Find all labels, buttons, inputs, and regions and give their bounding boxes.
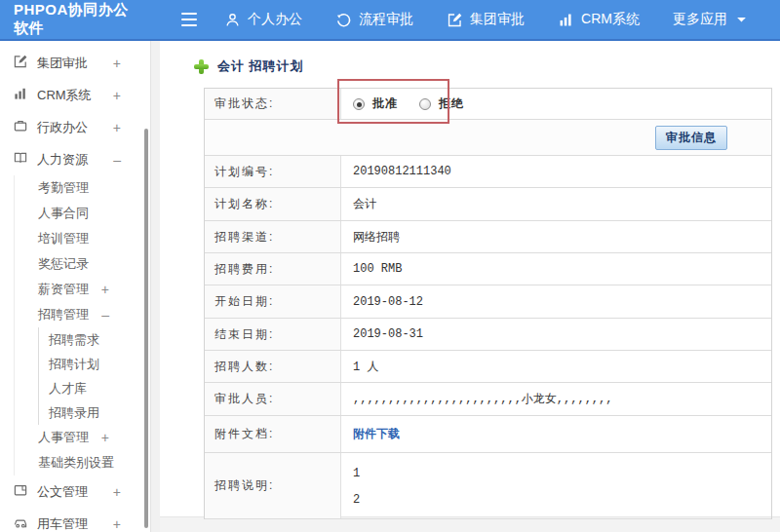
sidebar-item-rewards[interactable]: 奖惩记录 <box>15 251 150 277</box>
main-panel: 会计 招聘计划 审批状态: 批准 <box>160 41 780 516</box>
approval-status-row: 审批状态: 批准 拒绝 <box>205 89 771 120</box>
sidebar-item-recruit-hire[interactable]: 招聘录用 <box>39 400 150 425</box>
sidebar-item-label: 集团审批 <box>37 55 88 72</box>
topnav-more-apps[interactable]: 更多应用 <box>673 11 747 28</box>
topnav-crm[interactable]: CRM系统 <box>558 11 640 28</box>
content-area: 会计 招聘计划 审批状态: 批准 <box>151 41 780 532</box>
expand-icon[interactable]: + <box>113 56 121 71</box>
sidebar-item-vehicle[interactable]: 用车管理 + <box>0 508 150 532</box>
topnav-flow-approval[interactable]: 流程审批 <box>335 11 413 28</box>
radio-unselected-icon[interactable] <box>419 98 431 110</box>
table-row-channel: 招聘渠道: 网络招聘 <box>205 221 771 253</box>
edit-square-icon <box>13 54 28 73</box>
field-value: 1 2 <box>341 453 771 518</box>
app-brand: PHPOA协同办公软件 <box>0 1 148 38</box>
sidebar-item-talent-pool[interactable]: 人才库 <box>39 376 150 400</box>
sidebar-item-recruit-plan[interactable]: 招聘计划 <box>39 352 150 376</box>
topnav-label: 流程审批 <box>359 11 413 28</box>
sidebar-item-crm[interactable]: CRM系统 + <box>0 79 150 111</box>
field-label: 审批人员: <box>205 383 341 415</box>
briefcase-icon <box>13 118 28 137</box>
sidebar-item-label: 行政办公 <box>37 119 88 136</box>
field-label: 招聘渠道: <box>205 221 341 252</box>
table-row-start-date: 开始日期: 2019-08-12 <box>205 285 771 319</box>
topnav-label: CRM系统 <box>581 11 640 28</box>
field-label: 开始日期: <box>205 285 341 318</box>
field-value: 会计 <box>341 188 771 220</box>
table-row-cost: 招聘费用: 100 RMB <box>205 253 771 285</box>
topnav-label: 更多应用 <box>673 11 727 28</box>
sidebar-item-salary[interactable]: 薪资管理 + <box>15 277 150 302</box>
page-title: 会计 招聘计划 <box>217 57 304 75</box>
table-row-description: 招聘说明: 1 2 <box>205 453 771 519</box>
hr-submenu: 考勤管理 人事合同 培训管理 奖惩记录 薪资管理 + 招聘管理 – <box>14 175 150 475</box>
breadcrumb: 会计 招聘计划 <box>160 41 780 88</box>
menu-toggle-icon[interactable] <box>181 13 198 26</box>
field-label: 计划编号: <box>205 156 341 187</box>
expand-icon[interactable]: + <box>113 484 121 500</box>
bar-chart-icon <box>13 86 28 105</box>
approval-status-radios: 批准 拒绝 <box>353 95 464 112</box>
recruit-plan-detail-table: 审批状态: 批准 拒绝 <box>204 88 772 519</box>
sidebar-item-admin-office[interactable]: 行政办公 + <box>0 111 150 143</box>
car-icon <box>13 514 28 532</box>
topbar: PHPOA协同办公软件 个人办公 流程审批 集团审批 <box>0 0 780 41</box>
topnav-personal-office[interactable]: 个人办公 <box>224 11 302 28</box>
radio-reject[interactable]: 拒绝 <box>419 95 464 112</box>
radio-approve[interactable]: 批准 <box>353 95 398 112</box>
recruitment-submenu: 招聘需求 招聘计划 人才库 招聘录用 <box>38 327 150 425</box>
expand-icon[interactable]: + <box>113 88 121 103</box>
sidebar-item-training[interactable]: 培训管理 <box>15 226 150 251</box>
table-row-approvers: 审批人员: ,,,,,,,,,,,,,,,,,,,,,,,,小龙女,,,,,,,… <box>205 383 771 416</box>
table-row-end-date: 结束日期: 2019-08-31 <box>205 319 771 351</box>
sidebar-item-recruit-demand[interactable]: 招聘需求 <box>39 327 150 352</box>
attachment-download-link[interactable]: 附件下载 <box>353 426 400 442</box>
field-value: 2019-08-12 <box>341 285 771 318</box>
sidebar-item-attendance[interactable]: 考勤管理 <box>15 175 150 201</box>
topnav-group-approval[interactable]: 集团审批 <box>447 11 525 28</box>
sidebar-item-base-category[interactable]: 基础类别设置 + <box>15 450 150 475</box>
topnav-label: 集团审批 <box>470 11 525 28</box>
caret-down-icon <box>736 17 747 23</box>
radio-selected-icon[interactable] <box>353 98 365 110</box>
table-row-attachment: 附件文档: 附件下载 <box>205 416 771 453</box>
plus-icon <box>194 59 209 74</box>
sidebar: 集团审批 + CRM系统 + 行政办公 + 人力资源 – 考勤管理 <box>0 41 151 532</box>
field-value: 2019-08-31 <box>341 319 771 350</box>
sidebar-item-human-resources[interactable]: 人力资源 – <box>0 143 150 175</box>
approval-info-button[interactable]: 审批信息 <box>655 126 727 150</box>
field-label: 招聘费用: <box>205 253 341 285</box>
sidebar-item-label: 用车管理 <box>37 515 88 532</box>
expand-icon[interactable]: + <box>101 430 109 445</box>
sidebar-scrollbar[interactable] <box>144 129 148 528</box>
sidebar-item-label: CRM系统 <box>37 87 92 104</box>
book-icon <box>13 150 28 170</box>
field-label: 结束日期: <box>205 319 341 350</box>
collapse-icon[interactable]: – <box>101 307 109 323</box>
field-label: 招聘说明: <box>205 453 341 518</box>
field-value: 100 RMB <box>341 253 771 285</box>
field-value: 20190812111340 <box>341 156 771 187</box>
field-value: 网络招聘 <box>341 221 771 252</box>
document-icon <box>13 482 28 502</box>
table-row-headcount: 招聘人数: 1 人 <box>205 351 771 383</box>
table-row-plan-name: 计划名称: 会计 <box>205 188 771 221</box>
collapse-icon[interactable]: – <box>113 152 121 168</box>
sidebar-item-label: 公文管理 <box>37 483 88 501</box>
edit-square-icon <box>447 12 463 28</box>
topnav-label: 个人办公 <box>248 11 302 28</box>
expand-icon[interactable]: + <box>101 282 109 297</box>
approval-action-row: 审批信息 <box>205 120 771 156</box>
expand-icon[interactable]: + <box>101 455 109 471</box>
field-label: 附件文档: <box>205 416 341 452</box>
expand-icon[interactable]: + <box>113 120 121 135</box>
sidebar-item-hr-contract[interactable]: 人事合同 <box>15 201 150 226</box>
expand-icon[interactable]: + <box>113 516 121 532</box>
bar-chart-icon <box>558 12 574 28</box>
sidebar-item-group-approval[interactable]: 集团审批 + <box>0 47 150 79</box>
sidebar-item-hr-management[interactable]: 人事管理 + <box>15 425 150 450</box>
field-label: 招聘人数: <box>205 351 341 382</box>
sidebar-item-label: 人力资源 <box>37 151 88 169</box>
sidebar-item-recruitment[interactable]: 招聘管理 – <box>15 302 150 327</box>
sidebar-item-documents[interactable]: 公文管理 + <box>0 475 150 508</box>
